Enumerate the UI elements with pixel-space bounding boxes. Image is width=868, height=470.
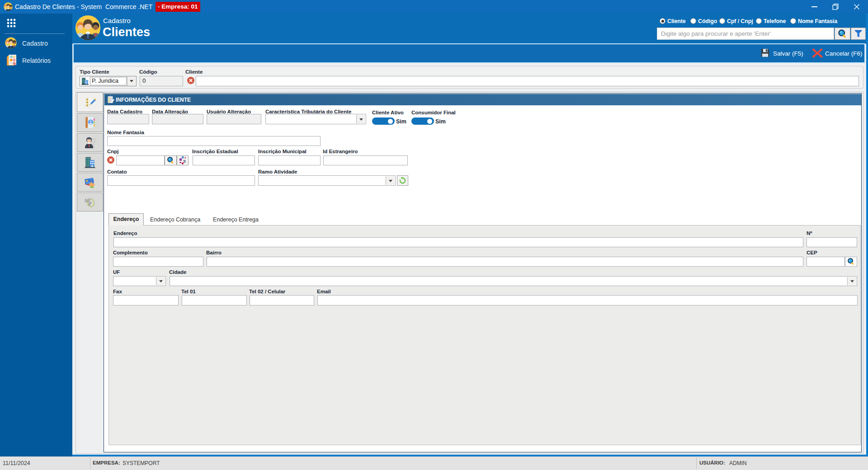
svg-text:e: e xyxy=(88,199,92,207)
svg-text:S: S xyxy=(183,159,186,164)
